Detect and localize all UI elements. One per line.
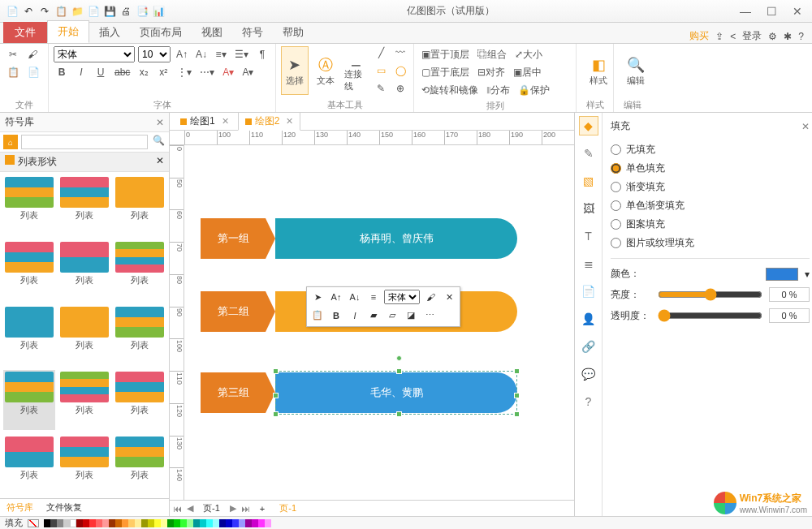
logo-icon[interactable]: ✱ <box>784 31 792 42</box>
align-button[interactable]: ⊟ 对齐 <box>475 64 508 80</box>
fill-tab-icon[interactable]: ◆ <box>579 116 598 135</box>
ft-line-icon[interactable]: ▱ <box>384 308 400 323</box>
ft-italic-icon[interactable]: I <box>347 308 363 323</box>
line-tool-icon[interactable]: ╱ <box>373 45 389 61</box>
fill-option-gradient[interactable]: 渐变填充 <box>611 180 810 194</box>
search-icon[interactable]: 🔍 <box>151 135 166 149</box>
shape-item[interactable]: 列表 <box>58 435 110 495</box>
fill-option-texture[interactable]: 图片或纹理填充 <box>611 236 810 250</box>
distribute-button[interactable]: ⫴ 分布 <box>484 82 512 98</box>
symbol-search-input[interactable] <box>21 135 148 149</box>
qat-open-icon[interactable]: 📁 <box>70 4 84 19</box>
buy-link[interactable]: 购买 <box>689 29 709 43</box>
opacity-value[interactable]: 0 % <box>769 308 810 323</box>
italic-button[interactable]: I <box>73 64 89 80</box>
paste-icon[interactable]: 📄 <box>25 64 42 80</box>
library-close-icon[interactable]: ✕ <box>156 155 164 169</box>
page-tab-active[interactable]: 页-1 <box>274 501 301 515</box>
page-next-icon[interactable]: ▶ <box>230 503 236 514</box>
tab-help[interactable]: 帮助 <box>273 22 313 43</box>
tab-symbol-library[interactable]: 符号库 <box>0 499 40 516</box>
arrow-icon[interactable]: < <box>730 31 736 42</box>
brightness-value[interactable]: 0 % <box>769 287 810 302</box>
shape-item[interactable]: 列表 <box>114 175 166 235</box>
send-back-button[interactable]: ▢ 置于底层 <box>419 64 472 80</box>
settings-icon[interactable]: ⚙ <box>768 31 777 42</box>
strike-button[interactable]: abc <box>112 64 132 80</box>
ft-more-icon[interactable]: ⋯ <box>421 308 438 323</box>
font-color-icon[interactable]: A▾ <box>220 64 236 80</box>
home-icon[interactable]: ⌂ <box>3 135 18 149</box>
ft-font-shrink-icon[interactable]: A↓ <box>347 290 363 304</box>
underline-button[interactable]: U <box>93 64 109 80</box>
tab-file-recovery[interactable]: 文件恢复 <box>40 499 89 516</box>
shape-item[interactable]: 列表 <box>58 240 110 300</box>
minimize-button[interactable]: — <box>736 3 755 19</box>
file-tab[interactable]: 文件 <box>3 22 47 43</box>
group-button[interactable]: ⿻ 组合 <box>475 46 509 62</box>
page-first-icon[interactable]: ⏮ <box>173 504 182 514</box>
connector-tool[interactable]: ⎯连接线 <box>342 46 369 95</box>
style-button[interactable]: ◧样式 <box>581 46 615 95</box>
page-tab-1[interactable]: 页-1 <box>198 501 225 515</box>
ft-bold-icon[interactable]: B <box>328 308 344 323</box>
qat-redo-icon[interactable]: ↷ <box>37 4 52 19</box>
shape-item[interactable]: 列表 <box>114 370 166 430</box>
no-fill-swatch[interactable] <box>28 519 39 527</box>
para-icon[interactable]: ¶ <box>254 46 270 62</box>
bold-button[interactable]: B <box>54 64 70 80</box>
help-icon[interactable]: ? <box>798 31 804 42</box>
help-tab-icon[interactable]: ? <box>579 392 598 411</box>
cut-icon[interactable]: ✂ <box>5 46 21 62</box>
font-name-select[interactable]: 宋体 <box>54 46 135 62</box>
qat-new-icon[interactable]: 📄 <box>5 4 19 19</box>
link-tab-icon[interactable]: 🔗 <box>579 337 598 356</box>
page-tab-icon[interactable]: 📄 <box>579 282 598 301</box>
qat-copy-icon[interactable]: 📑 <box>135 4 149 19</box>
size-button[interactable]: ⤢ 大小 <box>512 46 545 62</box>
brightness-slider[interactable] <box>658 288 762 301</box>
brush-icon[interactable]: 🖌 <box>24 46 41 62</box>
text-tab-icon[interactable]: T <box>579 226 598 246</box>
share-icon[interactable]: ⇪ <box>715 31 723 42</box>
rotate-button[interactable]: ⟲ 旋转和镜像 <box>419 82 481 98</box>
tab-view[interactable]: 视图 <box>192 22 232 43</box>
ft-align-icon[interactable]: ≡ <box>365 290 382 304</box>
shape-item[interactable]: 列表 <box>58 305 110 365</box>
shape-item[interactable]: 列表 <box>3 305 55 365</box>
layer-tab-icon[interactable]: ≣ <box>579 254 598 273</box>
close-button[interactable]: ✕ <box>788 3 807 19</box>
fill-option-pattern[interactable]: 图案填充 <box>611 217 810 231</box>
ft-pointer-icon[interactable]: ➤ <box>309 290 326 304</box>
fill-panel-close-icon[interactable]: ✕ <box>801 121 810 132</box>
tab-close-icon[interactable]: ✕ <box>222 116 229 127</box>
login-link[interactable]: 登录 <box>742 29 762 43</box>
ft-brush-icon[interactable]: 🖌 <box>422 290 438 304</box>
comment-tab-icon[interactable]: 💬 <box>579 364 598 384</box>
page-prev-icon[interactable]: ◀ <box>187 503 193 514</box>
tab-insert[interactable]: 插入 <box>89 22 130 43</box>
qat-print-icon[interactable]: 🖨 <box>119 4 133 19</box>
copy-icon[interactable]: 📋 <box>5 64 22 80</box>
circle-tool-icon[interactable]: ◯ <box>392 62 408 79</box>
ft-shadow-icon[interactable]: ◪ <box>403 308 419 323</box>
spacing-icon[interactable]: ⋮▾ <box>175 64 194 80</box>
shape-item[interactable]: 列表 <box>114 240 166 300</box>
qat-more-icon[interactable]: 📊 <box>151 4 166 19</box>
fill-option-solid[interactable]: 单色填充 <box>611 161 810 175</box>
opacity-slider[interactable] <box>658 309 762 322</box>
rect-tool-icon[interactable]: ▭ <box>373 62 389 79</box>
tab-symbol[interactable]: 符号 <box>232 22 273 43</box>
rotate-handle[interactable] <box>396 355 402 361</box>
superscript-button[interactable]: x² <box>155 64 171 80</box>
library-category-header[interactable]: 列表形状 ✕ <box>0 153 169 172</box>
align-icon[interactable]: ≡▾ <box>213 46 229 62</box>
shape-item[interactable]: 列表 <box>114 435 166 495</box>
qat-paste-icon[interactable]: 📋 <box>54 4 68 19</box>
tab-close-icon[interactable]: ✕ <box>286 116 293 127</box>
shadow-tab-icon[interactable]: ▧ <box>579 171 598 191</box>
ft-font-grow-icon[interactable]: A↑ <box>328 290 344 304</box>
fill-option-none[interactable]: 无填充 <box>611 143 810 157</box>
image-tab-icon[interactable]: 🖼 <box>579 199 598 218</box>
line-tab-icon[interactable]: ✎ <box>579 144 598 163</box>
